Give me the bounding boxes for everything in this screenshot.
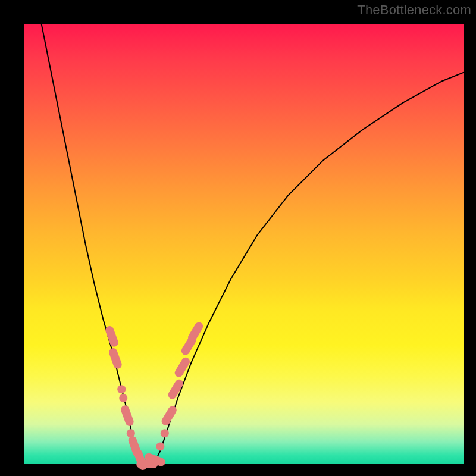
marker-dash xyxy=(166,410,173,421)
marker-dash xyxy=(109,330,114,343)
marker-dash xyxy=(149,458,161,462)
marker-dot xyxy=(127,429,135,437)
curve-svg xyxy=(24,24,464,464)
marker-dot xyxy=(119,394,127,402)
marker-dash xyxy=(179,362,186,373)
marker-dot xyxy=(117,385,126,393)
plot-area xyxy=(24,24,464,464)
marker-dash xyxy=(173,384,179,395)
bottleneck-curve xyxy=(42,24,464,464)
marker-dot xyxy=(156,442,164,450)
marker-dash xyxy=(192,327,199,338)
marker-layer xyxy=(109,327,199,466)
marker-dash xyxy=(125,409,130,422)
chart-frame: TheBottleneck.com xyxy=(0,0,476,476)
curve-layer xyxy=(42,24,464,464)
marker-dot xyxy=(161,429,169,437)
watermark-text: TheBottleneck.com xyxy=(357,2,471,18)
marker-dash xyxy=(113,352,118,365)
